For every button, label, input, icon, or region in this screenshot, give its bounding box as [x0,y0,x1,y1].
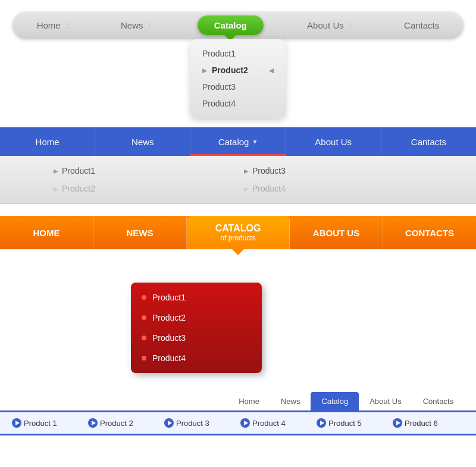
nav1-label-contacts: Cantacts [404,20,439,30]
nav1-item-contacts[interactable]: Cantacts [398,20,445,30]
dropdown3-item-product3[interactable]: Product3 [131,328,262,348]
nav4-product-6[interactable]: Product 6 [393,418,464,428]
nav2-label-catalog: Catalog [218,137,249,147]
dropdown3-item-product2[interactable]: Product2 [131,308,262,328]
nav4-product-label-1: Product 1 [24,419,57,428]
nav1-item-home[interactable]: Home ⋮ [31,20,77,30]
nav4-products: Product 1 Product 2 Product 3 Product 4 … [0,412,476,435]
dropdown1-label-product3: Product3 [202,82,236,92]
dropdown1-item-product1[interactable]: Product1 [190,45,286,62]
dropdown2-item-product1[interactable]: ▶ Product1 [48,163,238,178]
dropdown2-label-product2: Product2 [62,184,95,193]
dropdown1-item-product2[interactable]: ▶ Product2 ◀ [190,62,286,79]
dropdown1-item-product3[interactable]: Product3 [190,79,286,95]
nav3-sublabel-catalog: of products [220,234,255,242]
nav4-tabs: Home News Catalog About Us Contacts [0,392,476,412]
play-icon-5 [317,418,326,428]
arrow-right-icon: ▶ [244,168,249,174]
nav1-label-home: Home [37,20,61,30]
dropdown2-item-product3[interactable]: ▶ Product3 [238,163,428,178]
dropdown2-label-product3: Product3 [252,166,286,175]
dropdown1-label-product1: Product1 [202,49,236,58]
nav2-label-contacts: Cantacts [411,137,446,147]
dropdown3-item-product4[interactable]: Product4 [131,348,262,368]
nav3: HOME NEWS CATALOG of products ABOUT US C… [0,216,476,249]
nav4-tab-label-about: About Us [369,397,401,406]
dropdown2-item-product4[interactable]: ▶ Product4 [238,181,428,196]
play-icon-2 [88,418,98,428]
dropdown2: ▶ Product1 ▶ Product3 ▶ Product2 ▶ Produ… [0,156,476,204]
dropdown3-label-product3: Product3 [152,333,186,343]
nav4-product-label-4: Product 4 [252,419,286,428]
nav4-tab-catalog[interactable]: Catalog [311,392,359,410]
nav1: Home ⋮ News ⋮ Catalog About Us ⋮ Cantact… [12,11,464,39]
nav2-item-catalog[interactable]: Catalog ▼ [190,127,286,156]
nav1-label-about: About Us [307,20,344,30]
arrow-right-icon: ▶ [202,67,207,74]
nav3-wrapper: HOME NEWS CATALOG of products ABOUT US C… [0,216,476,380]
dropdown3-label-product2: Product2 [152,313,186,322]
nav3-item-news[interactable]: NEWS [93,216,187,249]
nav1-item-catalog[interactable]: Catalog [198,15,264,35]
nav2-item-home[interactable]: Home [0,127,95,156]
nav3-item-about[interactable]: ABOUT US [290,216,383,249]
bullet-icon [142,315,146,320]
nav2-item-news[interactable]: News [95,127,190,156]
nav3-label-about: ABOUT US [313,228,359,238]
nav4-product-1[interactable]: Product 1 [12,418,83,428]
nav1-dots-home: ⋮ [64,21,71,29]
nav1-label-catalog: Catalog [214,20,247,30]
caret-down-icon: ▼ [252,139,258,145]
bullet-icon [142,336,146,340]
nav2-item-about[interactable]: About Us [286,127,381,156]
nav3-label-news: NEWS [127,228,154,238]
nav4-product-4[interactable]: Product 4 [240,418,312,428]
nav4-tab-label-news: News [281,397,300,406]
play-icon-6 [393,418,402,428]
nav2-label-home: Home [36,137,60,147]
nav4-product-label-2: Product 2 [100,419,133,428]
nav4-product-5[interactable]: Product 5 [317,418,388,428]
nav4-tab-about[interactable]: About Us [359,392,412,410]
dropdown3-label-product4: Product4 [152,353,186,363]
nav2-item-contacts[interactable]: Cantacts [381,127,476,156]
arrow-right-icon: ▶ [244,186,249,192]
play-icon-4 [240,418,250,428]
nav2-label-news: News [131,137,154,147]
dropdown3-container: Product1 Product2 Product3 Product4 [0,249,476,380]
nav3-label-catalog: CATALOG [215,222,261,234]
nav4-product-3[interactable]: Product 3 [164,418,236,428]
nav3-item-contacts[interactable]: CONTACTS [383,216,476,249]
nav4-wrapper: Home News Catalog About Us Contacts Prod… [0,392,476,435]
dropdown2-item-product2[interactable]: ▶ Product2 [48,181,238,196]
dropdown1-label-product4: Product4 [202,99,236,108]
nav1-label-news: News [121,20,143,30]
nav4-product-2[interactable]: Product 2 [88,418,159,428]
play-icon-3 [164,418,174,428]
nav4-product-label-5: Product 5 [328,419,362,428]
nav1-item-about[interactable]: About Us ⋮ [301,20,361,30]
nav4-tab-label-contacts: Contacts [423,397,453,406]
nav4-tab-label-home: Home [239,397,259,406]
nav3-item-home[interactable]: HOME [0,216,93,249]
nav3-item-catalog[interactable]: CATALOG of products [187,216,290,249]
nav1-dots-about: ⋮ [347,21,355,29]
nav3-label-contacts: CONTACTS [405,228,454,238]
dropdown2-label-product4: Product4 [252,184,286,193]
arrow-right-icon: ▶ [54,186,58,192]
arrow-right-icon: ▶ [54,168,58,174]
bullet-icon [142,356,146,361]
bullet-icon [142,295,146,300]
nav4-tab-label-catalog: Catalog [321,397,348,406]
dropdown3: Product1 Product2 Product3 Product4 [131,283,262,373]
arrow-right2-icon: ◀ [269,67,274,74]
nav2-label-about: About Us [315,137,352,147]
nav1-item-news[interactable]: News ⋮ [115,20,160,30]
dropdown1-label-product2: Product2 [212,65,248,75]
dropdown3-item-product1[interactable]: Product1 [131,287,262,308]
dropdown1-item-product4[interactable]: Product4 [190,95,286,112]
nav4-tab-contacts[interactable]: Contacts [412,392,464,410]
play-icon-1 [12,418,21,428]
nav4-tab-home[interactable]: Home [228,392,270,410]
nav4-tab-news[interactable]: News [270,392,311,410]
